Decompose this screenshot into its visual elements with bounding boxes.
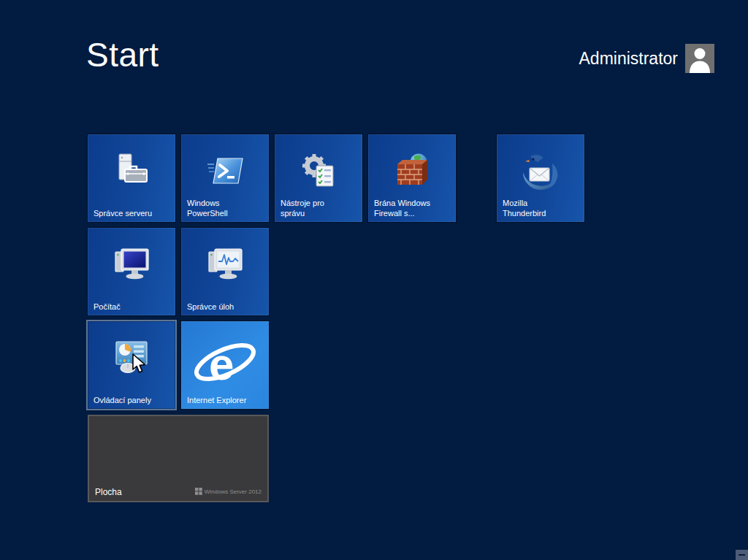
tile-server-manager[interactable]: Správce serveru [88,134,175,222]
tile-label: Počítač [94,302,121,312]
minus-icon [739,554,745,556]
tile-windows-firewall[interactable]: Brána Windows Firewall s... [368,134,456,222]
user-avatar-icon[interactable] [685,44,714,73]
control-panel-icon [111,339,152,377]
tile-label: Plocha [95,487,122,497]
tile-administrative-tools[interactable]: Nástroje pro správu [275,134,362,222]
desktop-watermark: Windows Server 2012 [195,488,262,495]
computer-icon [112,245,150,283]
firewall-icon [393,152,431,190]
tile-mozilla-thunderbird[interactable]: Mozilla Thunderbird [497,134,584,222]
admin-tools-icon [299,152,337,190]
tile-desktop[interactable]: Plocha Windows Server 2012 [88,415,269,502]
user-name[interactable]: Administrator [579,44,678,73]
tile-label: Brána Windows Firewall s... [374,198,441,218]
tile-label: Internet Explorer [187,395,246,405]
tile-computer[interactable]: Počítač [88,228,175,315]
tile-internet-explorer[interactable]: e Internet Explorer [181,321,269,409]
tile-label: Mozilla Thunderbird [503,198,570,218]
server-manager-icon [112,152,150,190]
internet-explorer-icon: e [185,334,265,391]
tile-label: Windows PowerShell [187,198,254,218]
tile-windows-powershell[interactable]: Windows PowerShell [181,134,269,222]
windows-logo-icon [195,488,202,495]
tile-label: Správce serveru [94,208,152,218]
semantic-zoom-out-button[interactable] [736,550,748,560]
tile-control-panel[interactable]: Ovládací panely [88,321,175,409]
tile-label: Nástroje pro správu [280,198,348,218]
user-tile[interactable]: Administrator [579,44,714,73]
task-manager-icon [206,245,244,283]
tile-task-manager[interactable]: Správce úloh [181,228,269,315]
tile-label: Ovládací panely [94,395,151,405]
page-title: Start [86,35,159,74]
watermark-text: Windows Server 2012 [205,488,262,495]
thunderbird-icon [520,152,561,193]
tile-label: Správce úloh [187,302,234,312]
powershell-icon [206,152,244,190]
